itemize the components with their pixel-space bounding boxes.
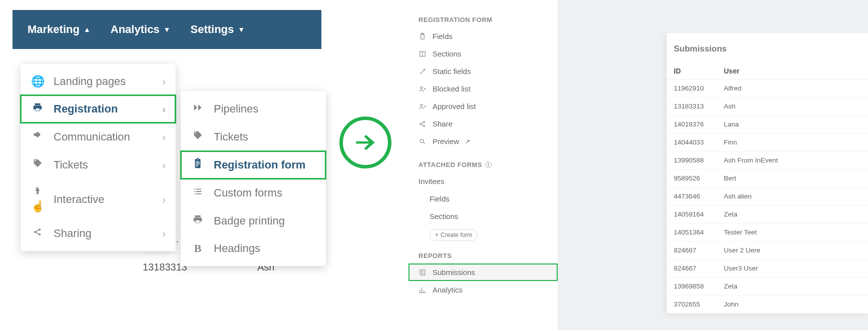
svg-rect-13 (420, 270, 424, 275)
cell-user: Tester Teet (724, 228, 861, 236)
table-row[interactable]: 824667User3 User (667, 260, 868, 278)
table-row[interactable]: 4473646Ash alien (667, 188, 868, 206)
tag-icon (191, 130, 205, 144)
nav-analytics[interactable]: Analytics ▼ (111, 23, 171, 36)
menu-label: Sharing (54, 227, 153, 240)
nav-invitees-fields[interactable]: Fields (408, 190, 558, 208)
nav-label: Fields (429, 194, 450, 203)
svg-point-12 (420, 139, 423, 142)
nav-sections[interactable]: Sections (408, 45, 558, 62)
nav-preview[interactable]: Preview ↗ (408, 132, 558, 150)
table-row[interactable]: 13990588Ash From InEvent (667, 152, 868, 170)
cell-user: Zeta (724, 210, 861, 218)
print-icon (31, 102, 45, 116)
submenu-registration-form[interactable]: Registration form (181, 151, 326, 179)
nav-marketing-label: Marketing (28, 23, 80, 36)
wand-icon (418, 68, 426, 76)
create-form-label: Create form (441, 232, 472, 238)
table-row[interactable]: 14044033Finn (667, 134, 868, 152)
chevron-right-icon: › (162, 194, 166, 206)
cell-user: Bert (724, 174, 861, 182)
table-header-row: ID User (667, 63, 868, 80)
globe-icon: 🌐 (31, 75, 45, 88)
cell-id: 4473646 (674, 192, 724, 200)
table-title: Submissions (667, 42, 868, 63)
nav-settings[interactable]: Settings ▼ (190, 23, 245, 36)
submenu-custom-forms[interactable]: Custom forms (181, 179, 326, 207)
submenu-badge-printing[interactable]: Badge printing (181, 207, 326, 235)
tag-icon (31, 158, 45, 172)
submenu-label: Registration form (214, 158, 305, 172)
table-row[interactable]: 3702655John (667, 296, 868, 314)
section-attached-forms: ATTACHED FORMS i (408, 150, 558, 172)
table-row[interactable]: 11962910Alfred (667, 80, 868, 98)
menu-tickets[interactable]: Tickets › (21, 151, 176, 179)
nav-label: Sections (429, 212, 459, 220)
cell-id: 13183313 (674, 102, 724, 110)
table-row[interactable]: 14051364Tester Teet (667, 224, 868, 242)
nav-approved-list[interactable]: Approved list (408, 98, 558, 115)
table-row[interactable]: 9589526Bert (667, 170, 868, 188)
bold-icon: B (191, 242, 205, 255)
menu-registration[interactable]: Registration › (21, 95, 176, 123)
cell-user: Ash From InEvent (724, 156, 861, 164)
print-icon (191, 214, 205, 228)
table-body: 11962910Alfred13183313Ash14018376Lana140… (667, 80, 868, 314)
menu-sharing[interactable]: Sharing › (21, 220, 176, 247)
menu-communication[interactable]: Communication › (21, 123, 176, 151)
nav-label: Approved list (432, 102, 476, 110)
menu-landing-pages[interactable]: 🌐 Landing pages › (21, 68, 176, 95)
table-row[interactable]: 13183313Ash (667, 98, 868, 116)
table-row[interactable]: 14059164Zeta (667, 206, 868, 224)
submenu-headings[interactable]: B Headings (181, 235, 326, 262)
nav-static-fields[interactable]: Static fields (408, 62, 558, 80)
svg-point-9 (420, 123, 421, 124)
table-row[interactable]: 824687User 2 Uere (667, 242, 868, 260)
cell-user: Finn (724, 138, 861, 146)
nav-share[interactable]: Share (408, 115, 558, 132)
nav-submissions[interactable]: Submissions (408, 264, 558, 281)
menu-label: Interactive (54, 193, 153, 206)
checklist-icon (418, 268, 426, 276)
header-id: ID (674, 67, 724, 75)
external-link-icon: ↗ (465, 138, 470, 145)
section-label: ATTACHED FORMS (418, 161, 482, 168)
cell-id: 11962910 (674, 84, 724, 92)
nav-settings-label: Settings (190, 23, 234, 36)
table-row[interactable]: 14018376Lana (667, 116, 868, 134)
chevron-down-icon: ▼ (164, 26, 171, 34)
nav-fields[interactable]: Fields (408, 28, 558, 45)
share-icon (418, 120, 426, 128)
submenu-label: Headings (214, 242, 260, 255)
cell-id: 13990588 (674, 156, 724, 164)
nav-label: Share (432, 120, 453, 128)
cell-id: 14059164 (674, 210, 724, 218)
create-form-button[interactable]: + Create form (429, 229, 478, 241)
nav-marketing[interactable]: Marketing ▲ (28, 23, 91, 36)
chevron-right-icon: › (162, 76, 166, 88)
nav-invitees-sections[interactable]: Sections (408, 208, 558, 225)
menu-label: Tickets (54, 158, 153, 172)
left-sidebar: REGISTRATION FORM Fields Sections Static… (408, 0, 558, 320)
top-nav-bar: Marketing ▲ Analytics ▼ Settings ▼ (13, 10, 321, 49)
table-row[interactable]: 13969858Zeta (667, 278, 868, 296)
nav-invitees[interactable]: Invitees (408, 172, 558, 190)
cell-user: John (724, 300, 861, 308)
nav-label: Blocked list (432, 84, 471, 93)
submenu-tickets[interactable]: Tickets (181, 123, 326, 151)
user-check-icon (418, 102, 426, 110)
cell-user: User 2 Uere (724, 246, 861, 254)
section-reports: REPORTS (408, 241, 558, 264)
nav-blocked-list[interactable]: Blocked list (408, 80, 558, 98)
menu-label: Registration (54, 102, 153, 116)
clipboard-icon (418, 32, 426, 40)
submenu-pipelines[interactable]: Pipelines (181, 95, 326, 123)
cell-user: Lana (724, 120, 861, 128)
menu-interactive[interactable]: ☝ Interactive › (21, 179, 176, 220)
svg-point-10 (423, 121, 425, 122)
forward-icon (191, 102, 205, 116)
nav-label: Static fields (432, 67, 471, 76)
nav-analytics[interactable]: Analytics (408, 281, 558, 298)
marketing-dropdown: 🌐 Landing pages › Registration › Communi… (21, 64, 176, 251)
cell-id: 824687 (674, 246, 724, 254)
